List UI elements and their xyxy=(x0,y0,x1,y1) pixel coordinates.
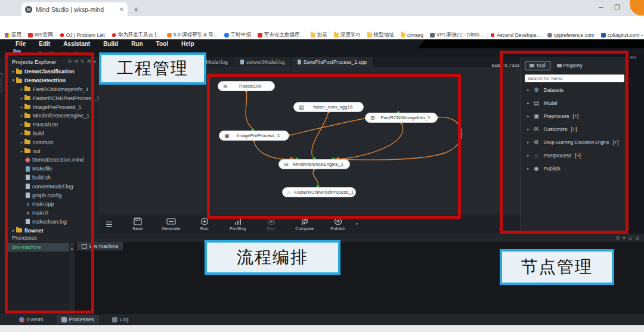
gear-icon[interactable]: ⚙ xyxy=(87,59,91,64)
chevron-down-icon[interactable]: ▾ xyxy=(356,222,358,226)
tree-item-file[interactable]: hmain.h xyxy=(7,209,98,218)
menu-assistant[interactable]: Assistant xyxy=(63,41,90,47)
tree-item-folder[interactable]: ▸FasterRCNNPostProcess_1 xyxy=(7,94,98,103)
bookmark-item[interactable]: OJ | Problem List xyxy=(60,32,105,38)
edit-icon[interactable]: ✎ xyxy=(80,59,85,64)
tab-tool[interactable]: Tool xyxy=(525,61,550,70)
expand-panel-icon[interactable]: ⊞ xyxy=(635,235,639,241)
folder-icon xyxy=(24,114,30,118)
refresh-icon[interactable]: ⟳ xyxy=(68,59,72,64)
tree-item-folder[interactable]: ▸FastRCNNImageInfo_1 xyxy=(7,85,98,94)
save-button[interactable]: Save xyxy=(121,218,154,231)
palette-item-model[interactable]: ▸▤Model xyxy=(521,97,627,108)
tree-item-file[interactable]: DemoDetecttion.mind xyxy=(7,156,98,165)
compare-button[interactable]: Compare xyxy=(288,218,321,231)
tree-item-folder[interactable]: ▸build xyxy=(7,129,98,138)
tree-item-file[interactable]: Makefile xyxy=(7,165,98,173)
bookmark-apps[interactable]: 应用 xyxy=(5,32,21,39)
menu-build[interactable]: Build xyxy=(103,41,118,47)
hamburger-menu-icon[interactable]: ☰ xyxy=(106,220,113,229)
window-restore-button[interactable]: ❐ xyxy=(614,4,620,11)
browser-tab[interactable]: ◍ Mind Studio | wksp-mind ✕ xyxy=(21,2,128,16)
editor-tab[interactable]: rtModel.log xyxy=(197,57,234,67)
bookmark-favicon xyxy=(28,33,33,38)
collapse-all-icon[interactable]: ⊟ xyxy=(74,59,78,64)
bookmark-item[interactable]: Ascend Develope... xyxy=(490,32,541,38)
window-minimize-button[interactable]: ─ xyxy=(599,4,603,11)
menu-edit[interactable]: Edit xyxy=(39,41,50,47)
palette-item-customize[interactable]: ▸✉Customize[+] xyxy=(521,123,627,135)
palette-item-preprocess[interactable]: ▸▣Preprocess[+] xyxy=(521,110,627,122)
bookmark-item[interactable]: 华为开发工具云 |... xyxy=(112,32,160,39)
palette-search-input[interactable] xyxy=(525,75,624,82)
delete-icon[interactable]: ▤ xyxy=(74,49,79,56)
stop-icon[interactable]: ▫ xyxy=(28,49,30,56)
flow-node-inference-engine[interactable]: ✉MindInferenceEngine_1 xyxy=(278,159,350,169)
palette-item-publish[interactable]: ▸◉Publish xyxy=(521,163,627,174)
bookmark-folder[interactable]: 协策 xyxy=(311,32,327,39)
new-tab-button[interactable]: + xyxy=(134,5,138,14)
gear-icon[interactable]: ⚙ xyxy=(615,235,620,241)
terminal-tab-dev-machine[interactable]: dev machine xyxy=(77,242,123,250)
open-project-icon[interactable] xyxy=(13,50,21,55)
bookmarks-bar: 应用 WS官网 OJ | Problem List 华为开发工具云 |... 6… xyxy=(0,32,644,39)
bookmark-item[interactable]: 工时申报 xyxy=(224,32,251,39)
bookmark-folder[interactable]: cnnseg xyxy=(401,32,423,38)
minimize-panel-icon[interactable]: ▾ xyxy=(623,235,626,241)
bookmark-item[interactable]: VPC新接口 - GitBo... xyxy=(430,32,484,39)
run-button[interactable]: Run xyxy=(188,218,221,231)
editor-tab[interactable]: SaveFilePostProcess_1.cpp xyxy=(292,57,373,67)
tree-item-file[interactable]: graph.config xyxy=(7,191,98,200)
tree-item-file[interactable]: makeclean.log xyxy=(7,218,98,226)
tree-item-project[interactable]: ▾DemoDetecttion xyxy=(7,76,98,85)
tree-item-folder[interactable]: ▸common xyxy=(7,138,98,147)
tab-log[interactable]: Log xyxy=(107,315,134,324)
menu-run[interactable]: Run xyxy=(131,41,143,47)
tab-processes[interactable]: Processes xyxy=(57,315,99,324)
bookmark-item[interactable]: WS官网 xyxy=(28,32,53,39)
flow-node-imageinfo[interactable]: ⚙FastRCNNImageInfo_1 xyxy=(365,113,438,123)
copy-icon[interactable]: ⧉ xyxy=(49,49,54,57)
bookmark-item[interactable]: cplusplus.com - T... xyxy=(601,32,644,38)
tree-item-file[interactable]: cmain.cpp xyxy=(7,200,98,209)
editor-tab[interactable]: convertModel.log xyxy=(234,57,292,67)
tree-item-project[interactable]: ▸DemoClassification xyxy=(7,67,98,76)
bookmark-item[interactable]: 6.0 课程帮引 & 导... xyxy=(167,32,218,39)
flow-node-preprocess[interactable]: ▣ImagePreProcess_1 xyxy=(219,131,289,141)
panel-menu-icon[interactable]: ⊟▾ xyxy=(630,55,636,60)
palette-item-postprocess[interactable]: ▸⌂Postprocess[+] xyxy=(521,150,627,161)
generate-button[interactable]: Generate xyxy=(154,218,188,231)
menu-file[interactable]: File xyxy=(16,41,26,47)
bookmark-folder[interactable]: 模型地址 xyxy=(367,32,394,39)
process-item-dev-machine[interactable]: dev-machine xyxy=(7,243,69,252)
close-icon[interactable]: ✕ xyxy=(38,49,42,56)
tree-item-folder[interactable]: ▸MindInferenceEngine_1 xyxy=(7,111,98,120)
panel-minimize-icon[interactable]: ▾ xyxy=(94,59,96,64)
close-tab-icon[interactable]: ✕ xyxy=(119,6,124,13)
bookmark-item[interactable]: 军市论文数据库... xyxy=(258,32,304,39)
window-icon[interactable]: ▢ xyxy=(61,49,66,56)
bookmark-folder[interactable]: 深度学习 xyxy=(334,32,361,39)
flow-node-postprocess[interactable]: ⌂FasterRCNNPostProcess_1 xyxy=(282,187,356,197)
tab-property[interactable]: Property xyxy=(553,61,587,70)
terminal-area[interactable]: dev machine xyxy=(75,242,644,314)
palette-item-dl-engine[interactable]: ▸⚙Deep-Learning Execution Engine[+] xyxy=(521,136,627,148)
publish-button[interactable]: Publish xyxy=(321,218,355,231)
tree-item-folder[interactable]: ▸out xyxy=(7,147,98,156)
browser-tab-title: Mind Studio | wksp-mind xyxy=(36,6,116,13)
tree-item-folder[interactable]: ▸Pascal100 xyxy=(7,120,98,129)
collapse-panel-icon[interactable]: ⊟ xyxy=(628,235,633,241)
profiling-button[interactable]: Profiling xyxy=(221,218,255,231)
bookmark-item[interactable]: cppreference.com xyxy=(547,32,595,38)
tree-item-file[interactable]: build.sh xyxy=(7,173,98,182)
menu-tool[interactable]: Tool xyxy=(156,41,168,47)
terminal-scrollbar[interactable]: ▪▲ xyxy=(69,242,75,314)
palette-item-datasets[interactable]: ▸⊕Datasets xyxy=(521,84,627,95)
flow-node-model[interactable]: ▤faster_rcnn_vgg16 xyxy=(293,102,364,112)
menu-help[interactable]: Help xyxy=(181,41,194,47)
tab-events[interactable]: Events xyxy=(14,315,48,324)
tree-item-file[interactable]: convertModel.log xyxy=(7,182,98,191)
flow-node-dataset[interactable]: ⊕Pascal100 xyxy=(218,81,275,91)
ide-toolbar: ▫ ✕ ⧉ ▢ ▤ xyxy=(0,48,644,57)
tree-item-folder[interactable]: ▸ImagePreProcess_1 xyxy=(7,103,98,111)
